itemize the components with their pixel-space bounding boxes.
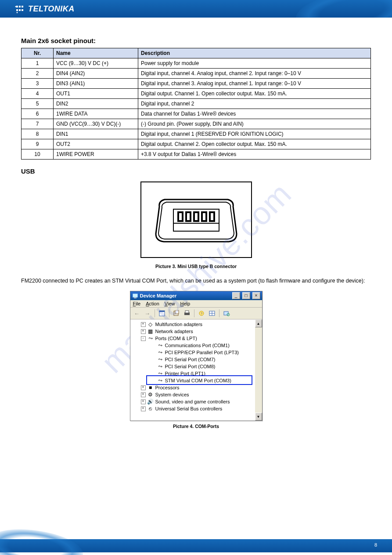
cell-name: DIN2 bbox=[54, 99, 138, 109]
cell-name: DIN4 (AIN2) bbox=[54, 69, 138, 79]
expand-icon[interactable]: + bbox=[141, 322, 146, 327]
cell-desc: (-) Ground pin. (Power supply, DIN and A… bbox=[138, 119, 371, 129]
cell-nr: 10 bbox=[22, 149, 54, 160]
svg-text:?: ? bbox=[200, 312, 202, 316]
tree-item-label: Communications Port (COM1) bbox=[165, 343, 230, 348]
cell-nr: 9 bbox=[22, 139, 54, 149]
tree-item[interactable]: ⤳Printer Port (LPT1) bbox=[132, 370, 254, 377]
port-icon: ⤳ bbox=[157, 363, 164, 370]
tree-item-label: Ports (COM & LPT) bbox=[155, 336, 197, 341]
net-icon: ▦ bbox=[147, 328, 154, 334]
help-button[interactable]: ? bbox=[197, 309, 206, 318]
tree-item[interactable]: +🔊Sound, video and game controllers bbox=[132, 398, 254, 405]
port-icon: ⤳ bbox=[157, 349, 164, 355]
brand-logo: TELTONIKA bbox=[0, 0, 392, 18]
tree-item[interactable]: ⤳PCI Serial Port (COM8) bbox=[132, 363, 254, 370]
expand-icon[interactable]: + bbox=[141, 399, 146, 404]
th-nr: Nr. bbox=[22, 48, 54, 58]
forward-button: → bbox=[143, 309, 152, 318]
cell-nr: 5 bbox=[22, 99, 54, 109]
tree-item[interactable]: ⤳PCI EPP/ECP Parallel Port (LPT3) bbox=[132, 349, 254, 356]
usb-heading: USB bbox=[21, 167, 371, 175]
print-button[interactable] bbox=[182, 309, 192, 318]
figure-caption-2: Picture 4. COM-Ports bbox=[21, 424, 371, 429]
header-bar: TELTONIKA bbox=[0, 0, 392, 18]
collapse-icon[interactable]: - bbox=[141, 336, 146, 341]
svg-rect-19 bbox=[133, 294, 138, 297]
minimize-button[interactable]: _ bbox=[232, 292, 240, 299]
close-button[interactable]: × bbox=[252, 292, 260, 299]
expand-icon[interactable]: + bbox=[141, 329, 146, 334]
window-title-bar[interactable]: Device Manager _ □ × bbox=[130, 291, 262, 300]
table-row: 9OUT2Digital output. Channel 2. Open col… bbox=[22, 139, 371, 149]
tree-item[interactable]: ⤳PCI Serial Port (COM7) bbox=[132, 356, 254, 363]
toolbar-sep bbox=[219, 309, 219, 317]
figure-device-manager: Device Manager _ □ × File Action View He… bbox=[21, 291, 371, 429]
svg-rect-20 bbox=[134, 297, 137, 298]
expand-icon[interactable]: + bbox=[141, 406, 146, 411]
pinout-table: Nr. Name Description 1VCC (9…30) V DC (+… bbox=[21, 48, 371, 160]
port-icon: ⤳ bbox=[157, 356, 164, 363]
table-row: 5DIN2Digital input, channel 2 bbox=[22, 99, 371, 109]
tree-item[interactable]: -⤳Ports (COM & LPT) bbox=[132, 335, 254, 342]
scroll-up[interactable]: ▲ bbox=[255, 319, 262, 327]
port-icon: ⤳ bbox=[157, 377, 164, 384]
expand-icon[interactable]: + bbox=[141, 385, 146, 390]
tree-item[interactable]: +⚙System devices bbox=[132, 391, 254, 398]
cell-desc: +3.8 V output for Dallas 1-Wire® devices bbox=[138, 149, 371, 160]
svg-rect-0 bbox=[16, 6, 18, 7]
figure-caption-1: Picture 3. Mini USB type B connector bbox=[21, 264, 371, 269]
svg-rect-17 bbox=[202, 213, 206, 221]
show-hidden-button[interactable] bbox=[207, 309, 217, 318]
menu-help[interactable]: Help bbox=[180, 301, 191, 306]
cell-nr: 1 bbox=[22, 58, 54, 69]
menu-bar[interactable]: File Action View Help bbox=[130, 300, 262, 308]
properties-button[interactable] bbox=[157, 309, 167, 318]
tree-item[interactable]: ⤳Communications Port (COM1) bbox=[132, 342, 254, 349]
brand-name: TELTONIKA bbox=[28, 4, 75, 14]
cell-desc: Power supply for module bbox=[138, 58, 371, 69]
svg-rect-4 bbox=[19, 9, 21, 11]
device-manager-window: Device Manager _ □ × File Action View He… bbox=[130, 291, 263, 421]
cell-name: DIN1 bbox=[54, 129, 138, 139]
usb-body-text: FM2200 connected to PC creates an STM Vi… bbox=[21, 277, 371, 285]
window-title: Device Manager bbox=[140, 293, 230, 298]
maximize-button[interactable]: □ bbox=[242, 292, 250, 299]
tree-item-label: PCI Serial Port (COM7) bbox=[165, 357, 216, 362]
th-name: Name bbox=[54, 48, 138, 58]
tree-item[interactable]: +■Processors bbox=[132, 384, 254, 391]
footer-bar: 8 bbox=[0, 539, 392, 552]
tree-item-label: Network adapters bbox=[155, 329, 193, 334]
toolbar-sep bbox=[194, 309, 194, 317]
svg-rect-18 bbox=[210, 213, 214, 221]
menu-action[interactable]: Action bbox=[146, 301, 159, 306]
scroll-track[interactable] bbox=[255, 327, 262, 413]
th-desc: Description bbox=[138, 48, 371, 58]
scrollbar[interactable]: ▲ ▼ bbox=[255, 319, 262, 421]
tree-item-label: Sound, video and game controllers bbox=[155, 399, 230, 404]
cell-desc: Digital input, channel 2 bbox=[138, 99, 371, 109]
tree-item[interactable]: +◇Multifunction adapters bbox=[132, 321, 254, 328]
tree-item[interactable]: ⤳STM Virtual COM Port (COM3) bbox=[132, 377, 254, 384]
scroll-down[interactable]: ▼ bbox=[255, 413, 262, 421]
scan-button[interactable] bbox=[222, 309, 231, 318]
tree-item[interactable]: +⎋Universal Serial Bus controllers bbox=[132, 405, 254, 412]
menu-file[interactable]: File bbox=[133, 301, 141, 306]
window-icon bbox=[132, 293, 138, 299]
cell-desc: Digital output. Channel 2. Open collecto… bbox=[138, 139, 371, 149]
cell-name: OUT2 bbox=[54, 139, 138, 149]
cell-name: DIN3 (AIN1) bbox=[54, 79, 138, 89]
tree-item[interactable]: +▦Network adapters bbox=[132, 328, 254, 335]
refresh-button[interactable] bbox=[172, 309, 181, 318]
menu-view[interactable]: View bbox=[165, 301, 175, 306]
tree-item-label: PCI Serial Port (COM8) bbox=[165, 364, 216, 369]
svg-rect-22 bbox=[159, 311, 165, 312]
expand-icon[interactable]: + bbox=[141, 392, 146, 397]
table-row: 8DIN1Digital input, channel 1 (RESERVED … bbox=[22, 129, 371, 139]
table-row: 3DIN3 (AIN1)Digital input, channel 3. An… bbox=[22, 79, 371, 89]
device-tree[interactable]: +◇Multifunction adapters+▦Network adapte… bbox=[130, 319, 255, 421]
table-row: 2DIN4 (AIN2)Digital input, channel 4. An… bbox=[22, 69, 371, 79]
cell-desc: Digital input, channel 4. Analog input, … bbox=[138, 69, 371, 79]
page-number: 8 bbox=[374, 542, 377, 548]
cell-name: 1WIRE DATA bbox=[54, 109, 138, 119]
